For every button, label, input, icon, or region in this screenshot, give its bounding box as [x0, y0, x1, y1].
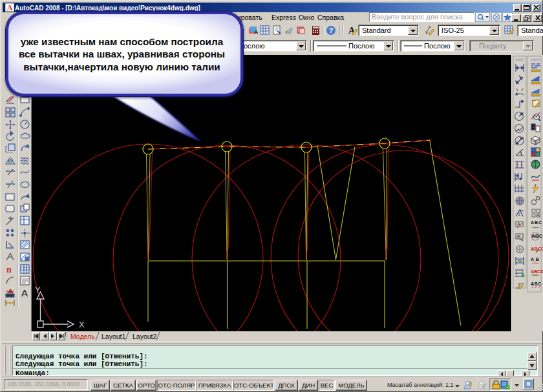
svg-text:ABCD: ABCD — [531, 269, 543, 274]
svg-text:X: X — [79, 320, 85, 329]
svg-text:A: A — [254, 29, 259, 36]
svg-text:A: A — [517, 222, 520, 226]
svg-text:Y: Y — [35, 285, 41, 294]
svg-text:Модель: Модель — [70, 333, 95, 340]
svg-text:⊕: ⊕ — [516, 234, 521, 240]
svg-text:Layout1: Layout1 — [101, 333, 126, 340]
svg-text:?: ? — [329, 26, 334, 34]
svg-text:A: A — [21, 287, 28, 298]
svg-text:A B: A B — [531, 257, 539, 262]
svg-text:n: n — [6, 265, 12, 274]
svg-text:1: 1 — [518, 212, 520, 216]
svg-text:ABC: ABC — [531, 233, 543, 239]
svg-text:Layout2: Layout2 — [133, 333, 157, 340]
svg-text:ABC: ABC — [531, 220, 542, 225]
svg-text:ABC: ABC — [531, 282, 542, 286]
